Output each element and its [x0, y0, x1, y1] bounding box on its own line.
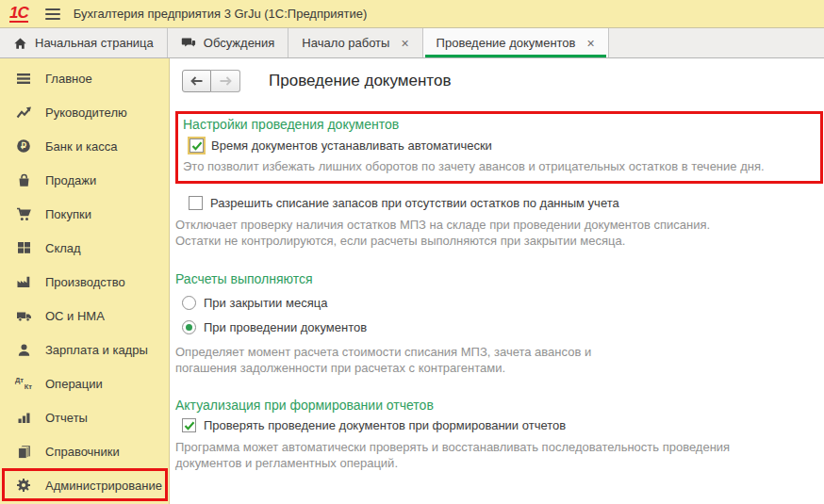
sidebar-item-administration[interactable]: Администрирование: [0, 468, 169, 502]
sidebar-item-label: Банк и касса: [45, 139, 118, 154]
actualization-hint: Программа может автоматически проверять …: [175, 439, 741, 471]
back-button[interactable]: [182, 70, 211, 92]
person-icon: [14, 343, 33, 357]
actualization-block: Актуализация при формировании отчетов Пр…: [175, 398, 823, 471]
main-content: Проведение документов Настройки проведен…: [170, 58, 824, 504]
calculations-block: Расчеты выполняются При закрытии месяца …: [175, 271, 823, 376]
forward-button[interactable]: [211, 70, 240, 92]
chat-icon: [181, 37, 196, 50]
radio-row-on-posting[interactable]: При проведении документов: [182, 320, 823, 334]
app-title: Бухгалтерия предприятия 3 GrJu (1С:Предп…: [74, 7, 368, 21]
radio-label: При закрытии месяца: [204, 296, 327, 310]
tab-label: Начало работы: [302, 36, 389, 50]
factory-icon: [14, 275, 33, 288]
sidebar-item-production[interactable]: Производство: [0, 265, 169, 299]
sidebar-item-salary-hr[interactable]: Зарплата и кадры: [0, 333, 169, 366]
sidebar-item-label: Покупки: [45, 207, 91, 221]
radio-row-month-end[interactable]: При закрытии месяца: [182, 296, 823, 310]
posting-settings-section: Настройки проведения документов Время до…: [175, 111, 823, 184]
sidebar-item-sales[interactable]: Продажи: [0, 163, 169, 197]
debit-credit-icon: ДтКт: [14, 376, 33, 391]
radio-month-end[interactable]: [182, 296, 196, 310]
checkbox-stock-writeoff[interactable]: [189, 196, 203, 210]
trend-up-icon: [14, 106, 33, 119]
posting-settings-heading: Настройки проведения документов: [183, 117, 815, 132]
gear-icon: [14, 478, 33, 493]
sidebar-item-fixed-assets[interactable]: ОС и НМА: [0, 299, 169, 333]
cart-icon: [14, 207, 33, 221]
tab-label: Проведение документов: [437, 36, 576, 50]
app-window: { "window": { "logo": "1С", "app_title":…: [0, 0, 824, 504]
auto-time-hint: Это позволит избежать лишних оборотов по…: [183, 158, 815, 174]
home-icon: [13, 37, 27, 50]
sidebar-item-label: Операции: [45, 377, 103, 391]
checkbox-row-auto-time[interactable]: Время документов устанавливать автоматич…: [190, 138, 815, 153]
sidebar-item-label: Справочники: [45, 445, 120, 459]
sidebar-item-label: Руководителю: [45, 106, 127, 120]
close-icon[interactable]: ×: [401, 37, 408, 50]
tab-discussions[interactable]: Обсуждения: [168, 28, 289, 57]
tab-home-page[interactable]: Начальная страница: [0, 28, 168, 57]
stock-writeoff-block: Разрешить списание запасов при отсутстви…: [175, 196, 823, 249]
tab-document-posting[interactable]: Проведение документов ×: [423, 28, 609, 57]
menu-icon: [14, 73, 33, 85]
checkbox-label: Разрешить списание запасов при отсутстви…: [210, 196, 619, 210]
checkbox-row-stock-writeoff[interactable]: Разрешить списание запасов при отсутстви…: [189, 196, 823, 210]
sidebar-item-manager[interactable]: Руководителю: [0, 95, 169, 129]
svg-text:₽: ₽: [21, 140, 26, 151]
tab-getting-started[interactable]: Начало работы ×: [288, 28, 422, 57]
books-icon: [14, 445, 33, 459]
sidebar-item-label: Администрирование: [45, 479, 162, 493]
calculations-hint: Определяет момент расчета стоимости спис…: [175, 344, 651, 376]
sidebar-item-label: Зарплата и кадры: [45, 343, 148, 357]
close-icon[interactable]: ×: [587, 37, 595, 50]
tab-bar: Начальная страница Обсуждения Начало раб…: [0, 28, 824, 58]
checkbox-label: Время документов устанавливать автоматич…: [211, 138, 492, 153]
sidebar-item-purchases[interactable]: Покупки: [0, 197, 169, 231]
page-title: Проведение документов: [269, 72, 451, 90]
tab-label: Обсуждения: [204, 36, 275, 50]
actualization-heading: Актуализация при формировании отчетов: [175, 398, 823, 413]
1c-logo-icon: 1С: [9, 5, 28, 24]
page-header: Проведение документов: [175, 70, 823, 92]
ruble-circle-icon: ₽: [14, 138, 33, 154]
sidebar-item-directories[interactable]: Справочники: [0, 434, 169, 468]
checkbox-label: Проверять проведение документов при форм…: [204, 418, 566, 432]
checkbox-check-posting[interactable]: [182, 418, 196, 432]
truck-icon: [14, 309, 33, 322]
radio-label: При проведении документов: [204, 320, 367, 334]
sidebar-item-operations[interactable]: ДтКт Операции: [0, 366, 169, 400]
sidebar-item-label: Склад: [45, 241, 81, 255]
sidebar-item-label: Отчеты: [45, 411, 88, 425]
sidebar-item-bank-cash[interactable]: ₽ Банк и касса: [0, 129, 169, 163]
sidebar-item-label: Производство: [45, 275, 125, 289]
sidebar: Главное Руководителю ₽ Банк и касса Прод…: [0, 58, 170, 504]
grid-icon: [14, 241, 33, 254]
radio-on-posting[interactable]: [182, 320, 196, 334]
sidebar-item-main[interactable]: Главное: [0, 61, 169, 95]
stock-writeoff-hint: Отключает проверку наличия остатков МПЗ …: [175, 217, 717, 249]
main-menu-icon[interactable]: [45, 8, 60, 20]
sidebar-item-label: ОС и НМА: [45, 309, 105, 323]
bag-icon: [14, 173, 33, 187]
calculations-heading: Расчеты выполняются: [175, 271, 823, 286]
sidebar-item-label: Главное: [45, 72, 92, 86]
sidebar-item-warehouse[interactable]: Склад: [0, 231, 169, 265]
sidebar-item-reports[interactable]: Отчеты: [0, 400, 169, 434]
tab-label: Начальная страница: [35, 36, 154, 50]
sidebar-item-label: Продажи: [45, 173, 96, 187]
title-bar: 1С Бухгалтерия предприятия 3 GrJu (1С:Пр…: [0, 0, 824, 28]
checkbox-row-check-posting[interactable]: Проверять проведение документов при форм…: [182, 418, 823, 432]
bar-chart-icon: [14, 411, 33, 424]
checkbox-auto-time[interactable]: [190, 138, 204, 153]
